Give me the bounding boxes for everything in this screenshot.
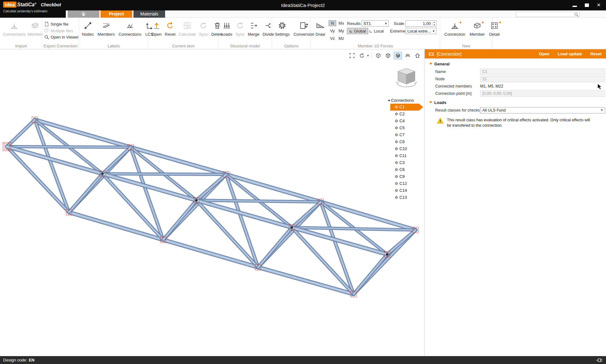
connection-item-c11[interactable]: ⚙C11 (388, 152, 423, 159)
global-toggle-button[interactable]: Global (347, 28, 368, 34)
tab-project[interactable]: Project (101, 10, 132, 18)
current-reset-button[interactable]: Reset (164, 20, 176, 37)
orbit-options-chevron[interactable]: ▼ (367, 54, 369, 57)
force-toggle-vy[interactable]: Vy (329, 28, 336, 34)
section-view-button[interactable] (404, 52, 412, 59)
scale-input[interactable]: 1,00 ▲▼ (405, 20, 436, 27)
connection-item-c12[interactable]: ⚙C12 (388, 180, 423, 187)
connection-item-label: C7 (399, 131, 405, 138)
local-toggle-button[interactable]: Local (367, 28, 386, 34)
orbit-button[interactable] (358, 52, 366, 59)
loads-section-header[interactable]: Loads (425, 98, 606, 106)
connection-item-c3[interactable]: ⚙C3 (388, 159, 423, 166)
group-label-import: Import (0, 44, 42, 48)
reset-connection-button[interactable]: Reset (591, 52, 602, 56)
connections-tree-header[interactable]: ◀ Connections (388, 97, 423, 104)
ribbon-spacer (492, 18, 606, 49)
current-open-button[interactable]: Open (151, 20, 163, 37)
forces-draw-button[interactable]: Draw (313, 20, 327, 37)
force-toggle-n[interactable]: N (329, 20, 336, 26)
window-title: IdeaStatiCa-Project2 (0, 0, 606, 10)
new-member-button[interactable]: + Member (469, 20, 486, 37)
import-connections-button[interactable]: Connections (2, 20, 27, 37)
chevron-down-icon: ▼ (384, 22, 387, 25)
tab-home[interactable] (68, 10, 99, 18)
connection-item-c5[interactable]: ⚙C5 (388, 124, 423, 131)
open-in-viewer-button[interactable]: Open in Viewer (44, 35, 79, 39)
import-member-button[interactable]: Member (27, 20, 44, 37)
ribbon: Connections Member Import Single file (0, 18, 606, 49)
export-single-file-button[interactable]: Single file (44, 21, 79, 27)
warning-icon (437, 118, 444, 124)
force-toggle-mz[interactable]: Mz (337, 35, 345, 41)
connection-item-label: C10 (399, 145, 407, 152)
wireframe-view-button[interactable] (374, 52, 382, 59)
connection-item-c2[interactable]: ⚙C2 (388, 111, 423, 118)
result-classes-dropdown[interactable]: All ULS Fund ▼ (480, 107, 605, 113)
logo-idea: Idea (3, 2, 16, 8)
labels-members-button[interactable]: Members (97, 20, 116, 37)
scale-label: Scale (394, 21, 404, 26)
section-collapse-icon (429, 101, 432, 103)
new-connection-button[interactable]: + Connection (443, 20, 466, 37)
settings-button[interactable]: </> Settings (274, 20, 291, 37)
results-dropdown[interactable]: ST1▼ (362, 20, 389, 27)
draw-diagram-icon (316, 21, 325, 30)
connection-point-row: Connection point [m] [0,00; 0,00; 0,00] (425, 90, 606, 97)
design-code-value: EN (29, 358, 34, 362)
solid-view-button[interactable] (384, 52, 392, 59)
structural-sync-button[interactable]: Sync (234, 20, 245, 37)
connection-item-c13[interactable]: ⚙C13 (388, 194, 423, 201)
home-view-button[interactable] (413, 52, 422, 59)
main-area: ▼ (0, 49, 606, 356)
import-member-icon (31, 21, 40, 30)
connection-item-c4[interactable]: ⚙C4 (388, 118, 423, 124)
open-connection-button[interactable]: Open (539, 52, 549, 56)
close-button[interactable]: ✕ (594, 2, 603, 8)
navigation-cube[interactable] (395, 66, 418, 91)
search-input[interactable] (516, 12, 580, 17)
connections-tree: ◀ Connections ⚙C1⚙C2⚙C4⚙C5⚙C7⚙C8⚙C10⚙C11… (388, 97, 423, 201)
export-multiple-files-button[interactable]: Multiple files (44, 28, 79, 33)
connection-item-c8[interactable]: ⚙C8 (388, 138, 423, 145)
connection-item-c1[interactable]: ⚙C1 (390, 104, 423, 111)
connection-item-c7[interactable]: ⚙C7 (388, 131, 423, 138)
maximize-button[interactable] (582, 2, 591, 8)
connections-label-icon (126, 21, 134, 30)
structural-merge-button[interactable]: Merge (247, 20, 260, 37)
connection-item-c14[interactable]: ⚙C14 (388, 187, 423, 194)
connected-members-row: Connected members M1, M5, M22 (425, 82, 606, 90)
app-window: IdeaStatiCa-Project2 ✕ Idea StatiCa® Che… (0, 0, 606, 364)
shaded-view-button[interactable] (394, 52, 402, 59)
solid-cube-icon (385, 53, 391, 58)
current-sync-button[interactable]: Sync (198, 20, 209, 37)
group-label-current-item: Current item (149, 44, 218, 48)
loads-icon (223, 21, 231, 30)
structural-loads-button[interactable]: Loads (220, 20, 233, 37)
connection-point-field[interactable]: [0,00; 0,00; 0,00] (480, 90, 605, 97)
viewport-3d[interactable]: ▼ (0, 49, 424, 356)
general-section-header[interactable]: General (425, 60, 606, 68)
force-toggle-vz[interactable]: Vz (329, 35, 336, 41)
name-field[interactable]: C1 (480, 69, 605, 75)
connection-item-c6[interactable]: ⚙C6 (388, 166, 423, 173)
labels-connections-button[interactable]: Connections (118, 20, 142, 37)
open-icon (152, 21, 161, 30)
tab-materials[interactable]: Materials (133, 10, 165, 18)
spinner-arrows[interactable]: ▲▼ (432, 21, 436, 26)
labels-nodes-button[interactable]: Nodes (81, 20, 95, 37)
connection-item-c10[interactable]: ⚙C10 (388, 145, 423, 152)
truss-3d-model[interactable] (0, 49, 424, 356)
load-update-button[interactable]: Load update (558, 52, 582, 56)
node-field[interactable]: 21 (480, 76, 605, 82)
force-toggle-mx[interactable]: Mx (337, 20, 345, 26)
force-toggle-my[interactable]: My (337, 28, 345, 34)
current-calculate-button[interactable]: Calculate (178, 20, 197, 37)
gear-icon: ⚙ (395, 180, 398, 187)
fit-view-button[interactable] (348, 52, 356, 59)
minimize-button[interactable] (570, 2, 579, 8)
extreme-dropdown[interactable]: Local extre...▼ (405, 28, 436, 34)
reset-icon (166, 21, 174, 30)
status-connection-icon[interactable] (596, 358, 603, 363)
connection-item-c9[interactable]: ⚙C9 (388, 173, 423, 180)
